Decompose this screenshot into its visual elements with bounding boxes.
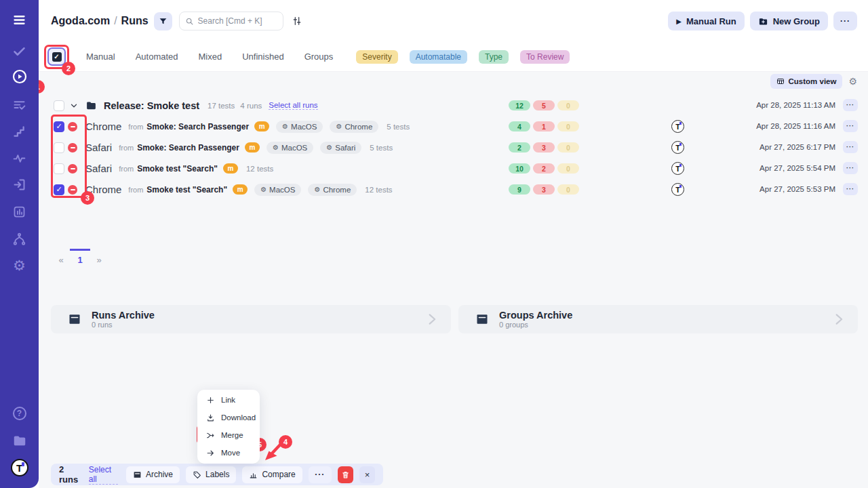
breadcrumb-separator: / (110, 15, 121, 26)
tab-unfinished[interactable]: Unfinished (242, 52, 283, 62)
select-all-link[interactable]: Select all (89, 465, 118, 485)
row-checkbox[interactable]: ✓ (54, 163, 64, 174)
run-source: Smoke test "Search" (137, 164, 218, 174)
sidebar-item-milestones[interactable] (0, 119, 39, 144)
search-input[interactable] (198, 16, 273, 26)
filter-badge-automatable[interactable]: Automatable (410, 50, 467, 64)
close-action-bar-button[interactable]: × (359, 466, 375, 483)
sidebar-item-runs[interactable] (0, 64, 39, 89)
search-icon (185, 17, 194, 26)
other-pill: 0 (557, 121, 579, 131)
row-more-button[interactable]: ··· (843, 141, 858, 153)
custom-view-button[interactable]: Custom view (770, 74, 843, 89)
tab-groups[interactable]: Groups (304, 52, 334, 62)
sidebar-item-import[interactable] (0, 172, 39, 197)
folder-plus-icon (758, 16, 768, 26)
row-checkbox[interactable]: ✓ (54, 121, 64, 132)
other-pill: 0 (557, 184, 579, 195)
chevron-right-icon (832, 312, 846, 326)
tab-automated[interactable]: Automated (136, 52, 178, 62)
new-group-button[interactable]: New Group (750, 12, 828, 30)
plus-icon (206, 396, 215, 405)
pagination-next[interactable]: » (89, 255, 109, 265)
ellipsis-icon: ··· (846, 102, 854, 108)
view-gear-icon[interactable]: ⚙ (848, 77, 857, 86)
select-all-runs-button[interactable]: ✓ (47, 47, 66, 66)
row-more-button[interactable]: ··· (843, 120, 858, 132)
row-more-button[interactable]: ··· (843, 99, 858, 111)
group-name[interactable]: Release: Smoke test (104, 100, 199, 111)
search-box[interactable] (179, 12, 283, 30)
sidebar-item-test-plans[interactable] (0, 93, 39, 117)
labels-button[interactable]: Labels (186, 466, 236, 483)
sidebar-item-settings-gear-icon[interactable]: ⚙ (0, 253, 39, 278)
help-icon[interactable]: ? (0, 401, 39, 426)
close-icon: × (365, 470, 370, 480)
menu-item-download[interactable]: Download (197, 409, 260, 426)
manual-run-button[interactable]: ▶ Manual Run (668, 12, 744, 30)
sidebar-item-pulse[interactable] (0, 146, 39, 170)
filter-badge-to-review[interactable]: To Review (520, 50, 570, 64)
run-stats: 4 1 0 (509, 121, 579, 131)
runs-archive-card[interactable]: Runs Archive 0 runs (51, 305, 451, 333)
env-chip: ⚙MacOS (276, 121, 323, 133)
table-row-group: Release: Smoke test 17 tests 4 runs Sele… (51, 95, 858, 116)
failed-pill: 2 (533, 163, 555, 174)
row-checkbox[interactable] (54, 100, 64, 111)
gear-icon: ⚙ (326, 144, 332, 151)
run-name[interactable]: Chrome (85, 184, 121, 195)
env-chip: ⚙MacOS (254, 184, 301, 196)
row-checkbox[interactable]: ✓ (54, 184, 64, 195)
tab-mixed[interactable]: Mixed (199, 52, 222, 62)
tab-manual[interactable]: Manual (86, 52, 115, 62)
compare-button[interactable]: Compare (242, 466, 302, 483)
row-more-button[interactable]: ··· (843, 162, 858, 174)
filter-button[interactable] (154, 12, 172, 30)
filter-badge-severity[interactable]: Severity (356, 50, 397, 64)
menu-item-link[interactable]: Link (197, 391, 260, 409)
run-name[interactable]: Chrome (85, 121, 121, 132)
pagination-prev[interactable]: « (51, 255, 71, 265)
more-actions-button[interactable]: ··· (833, 12, 857, 30)
sidebar-item-branches[interactable] (0, 226, 39, 251)
menu-item-merge[interactable]: Merge (197, 426, 260, 444)
move-arrow-icon (206, 449, 215, 458)
projects-folder-icon[interactable] (0, 428, 39, 453)
groups-archive-card[interactable]: Groups Archive 0 groups (458, 305, 858, 333)
delete-button[interactable] (338, 466, 353, 483)
filter-badge-type[interactable]: Type (479, 50, 509, 64)
pagination-page-1[interactable]: 1 (71, 255, 89, 265)
gear-icon: ⚙ (273, 144, 279, 151)
table-row: ✓ Chrome from Smoke test "Search" m ⚙Mac… (51, 179, 858, 200)
run-stats: 9 3 0 (509, 184, 579, 195)
archive-button[interactable]: Archive (126, 466, 180, 483)
failed-status-icon (68, 122, 77, 131)
other-pill: 0 (557, 163, 579, 174)
more-bulk-actions-button[interactable]: ··· (309, 466, 332, 483)
run-source: Smoke test "Search" (146, 185, 227, 195)
select-all-runs-link[interactable]: Select all runs (269, 101, 317, 110)
menu-item-move[interactable]: Move (197, 444, 260, 462)
tag-icon (193, 470, 201, 479)
chevron-down-icon[interactable] (69, 101, 79, 110)
row-more-button[interactable]: ··· (843, 183, 858, 195)
view-settings-sliders-icon[interactable] (292, 16, 302, 26)
passed-pill: 10 (509, 163, 530, 174)
breadcrumb-project[interactable]: Agoda.com (51, 15, 110, 26)
table-row: ✓ Safari from Smoke: Search Passenger m … (51, 137, 858, 158)
chevron-right-icon (425, 312, 439, 326)
bulk-action-bar: 2 runs Select all Archive Labels Compare… (51, 464, 383, 485)
run-date: Apr 28, 2025 11:13 AM (756, 101, 835, 109)
sidebar-item-tests[interactable] (0, 39, 39, 63)
failed-status-icon (68, 164, 77, 174)
sidebar-item-reports[interactable] (0, 199, 39, 224)
run-name[interactable]: Safari (85, 142, 112, 153)
tests-count: 12 tests (246, 165, 273, 173)
hamburger-menu-icon[interactable] (0, 7, 39, 32)
run-stats: 10 2 0 (509, 163, 579, 174)
from-label: from (128, 123, 143, 131)
row-checkbox[interactable]: ✓ (54, 142, 64, 153)
failed-pill: 5 (533, 100, 555, 110)
avatar[interactable]: T (0, 455, 39, 480)
run-name[interactable]: Safari (85, 163, 112, 174)
